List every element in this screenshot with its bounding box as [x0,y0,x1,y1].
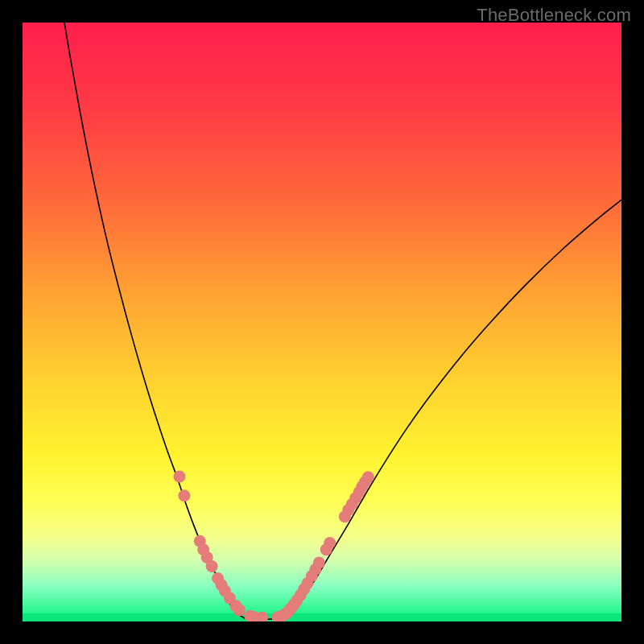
highlight-dots-group [173,470,374,621]
highlight-dot [324,537,336,549]
highlight-dot [178,489,190,502]
bottleneck-curve [64,23,621,620]
chart-svg [23,23,621,621]
highlight-dot [313,557,325,569]
watermark-text: TheBottleneck.com [477,5,631,26]
highlight-dot [362,471,374,483]
highlight-dot [173,470,185,482]
highlight-dot [206,560,218,572]
chart-stage: TheBottleneck.com [0,0,644,644]
highlight-dot [233,604,246,616]
plot-area [23,23,621,621]
